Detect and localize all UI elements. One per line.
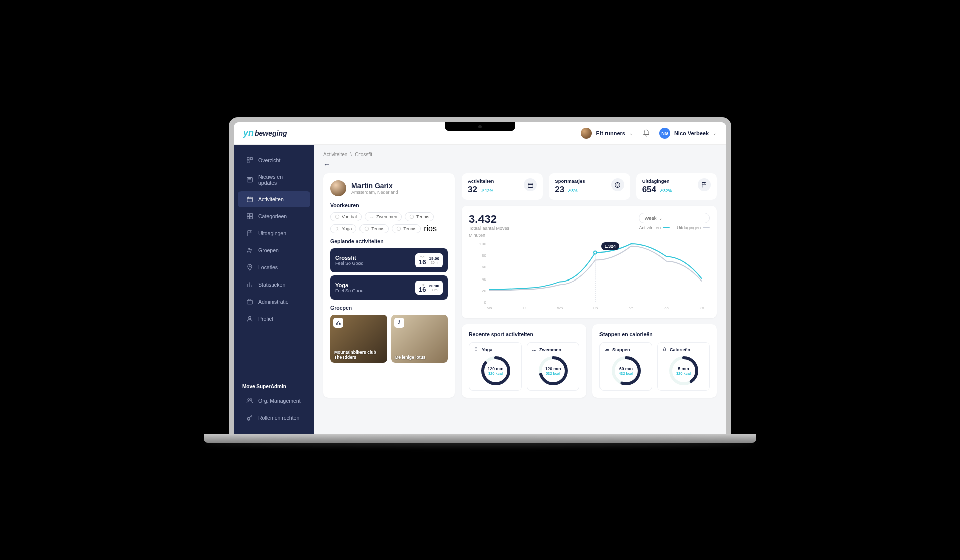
recent-activities-card: Recente sport activiteiten Yoga 120 min … — [462, 324, 586, 398]
planned-activity[interactable]: Yoga Feel So Good mei 16 — [330, 275, 448, 300]
yoga-icon — [394, 318, 404, 328]
shoe-icon — [604, 347, 610, 352]
nav-profiel[interactable]: Profiel — [238, 311, 310, 327]
nav-rollen[interactable]: Rollen en rechten — [238, 410, 310, 426]
user-name: Nico Verbeek — [674, 130, 709, 136]
logo[interactable]: yn beweging — [243, 128, 287, 138]
svg-point-20 — [365, 227, 369, 231]
briefcase-icon — [246, 298, 253, 305]
team-avatar — [581, 128, 592, 139]
svg-point-18 — [410, 215, 414, 219]
team-selector[interactable]: Fit runners ⌄ — [581, 128, 633, 139]
team-name: Fit runners — [596, 130, 625, 136]
nav-administratie[interactable]: Administratie — [238, 294, 310, 310]
nav-org-management[interactable]: Org. Management — [238, 393, 310, 409]
svg-text:Wo: Wo — [557, 306, 563, 310]
bell-icon — [642, 129, 650, 137]
svg-rect-0 — [247, 158, 249, 160]
svg-rect-6 — [250, 214, 253, 216]
users-icon — [246, 247, 253, 254]
nav-activiteiten[interactable]: Activiteiten — [238, 191, 310, 207]
svg-point-15 — [250, 399, 252, 401]
svg-text:Do: Do — [593, 306, 598, 310]
chart-total: 3.432 — [469, 213, 509, 226]
group-card[interactable]: De lenige lotus — [391, 315, 448, 363]
steps-calories-card: Stappen en calorieën Stappen 60 min 432 … — [592, 324, 717, 398]
activity-date-badge: mei 16 19:00 30m — [415, 253, 443, 267]
logo-text: beweging — [255, 130, 287, 137]
svg-rect-2 — [247, 161, 249, 163]
chevron-down-icon: ⌄ — [659, 216, 663, 221]
pref-tag[interactable]: Zwemmen — [365, 212, 402, 221]
key-icon — [246, 414, 253, 422]
grid-icon — [246, 213, 253, 220]
pref-tag[interactable]: Voetbal — [330, 212, 362, 221]
tennis-icon — [396, 226, 401, 231]
svg-text:60: 60 — [482, 265, 486, 269]
user-menu[interactable]: NG Nico Verbeek ⌄ — [659, 128, 717, 139]
swim-icon — [531, 347, 537, 352]
group-card[interactable]: Mountainbikers club The Riders — [330, 315, 387, 363]
breadcrumb: Activiteiten \ Crossfit — [323, 152, 717, 157]
chevron-down-icon: ⌄ — [713, 131, 717, 136]
chart-area: 020406080100MaDiWoDoVrZaZo 1.324 — [469, 241, 710, 311]
sidebar: Overzicht Nieuws en updates Activiteiten… — [234, 145, 314, 434]
calendar-icon — [524, 178, 537, 191]
user-icon — [246, 315, 253, 322]
nav-groepen[interactable]: Groepen — [238, 242, 310, 258]
svg-point-16 — [247, 417, 250, 420]
svg-point-11 — [249, 266, 250, 267]
svg-rect-4 — [247, 197, 253, 202]
nav-statistieken[interactable]: Statistieken — [238, 276, 310, 293]
period-selector[interactable]: Week ⌄ — [639, 213, 710, 223]
user-avatar: NG — [659, 128, 670, 139]
nav-overzicht[interactable]: Overzicht — [238, 152, 310, 168]
svg-rect-7 — [247, 217, 250, 219]
nav-categorieen[interactable]: Categorieën — [238, 208, 310, 224]
pref-tag[interactable]: Yoga — [330, 224, 356, 233]
tennis-icon — [409, 214, 414, 219]
gauge-calorieen: Calorieën 5 min 320 kcal — [657, 342, 710, 391]
planned-activity[interactable]: Crossfit Feel So Good mei 16 — [330, 248, 448, 272]
gauge-stappen: Stappen 60 min 432 kcal — [599, 342, 652, 391]
news-icon — [246, 176, 253, 183]
logo-mark: yn — [243, 128, 254, 138]
chart-legend: Activiteiten Uitdagingen — [639, 225, 710, 230]
flag-icon — [246, 230, 253, 237]
svg-text:Ma: Ma — [486, 306, 492, 310]
chart-card: 3.432 Totaal aantal Moves Minuten Week ⌄ — [462, 206, 717, 318]
nav-locaties[interactable]: Locaties — [238, 259, 310, 275]
yoga-icon — [473, 347, 479, 352]
back-button[interactable]: ← — [323, 160, 330, 168]
notifications-button[interactable] — [642, 129, 650, 137]
pref-tag[interactable]: Tennis — [405, 212, 434, 221]
svg-text:100: 100 — [479, 242, 487, 246]
profile-location: Amsterdam, Nederland — [351, 190, 398, 195]
stat-uitdagingen: Uitdagingen 654↗32% — [636, 173, 717, 200]
profile-card: Martin Garix Amsterdam, Nederland Voorke… — [323, 173, 455, 398]
svg-rect-8 — [250, 217, 253, 219]
pin-icon — [246, 264, 253, 271]
breadcrumb-current: Crossfit — [355, 152, 372, 157]
svg-text:Za: Za — [664, 306, 669, 310]
svg-rect-5 — [247, 214, 250, 216]
svg-text:20: 20 — [482, 289, 486, 293]
svg-text:Zo: Zo — [699, 306, 704, 310]
soccer-icon — [335, 214, 340, 219]
flame-icon — [662, 347, 667, 352]
svg-text:Vr: Vr — [629, 306, 633, 310]
breadcrumb-parent[interactable]: Activiteiten — [323, 152, 347, 157]
nav-nieuws[interactable]: Nieuws en updates — [238, 169, 310, 190]
pref-tag[interactable]: Tennis — [359, 224, 389, 233]
swim-icon — [369, 214, 374, 219]
tennis-icon — [364, 226, 369, 231]
stat-sportmaatjes: Sportmaatjes 23↗8% — [549, 173, 630, 200]
nav-uitdagingen[interactable]: Uitdagingen — [238, 225, 310, 241]
prefs-label: Voorkeuren — [330, 202, 448, 208]
svg-text:40: 40 — [482, 277, 486, 282]
svg-point-21 — [397, 227, 401, 231]
pref-tag[interactable]: Tennis — [392, 224, 421, 233]
flag-icon — [698, 178, 711, 191]
svg-point-10 — [251, 249, 252, 250]
svg-text:80: 80 — [482, 253, 486, 258]
